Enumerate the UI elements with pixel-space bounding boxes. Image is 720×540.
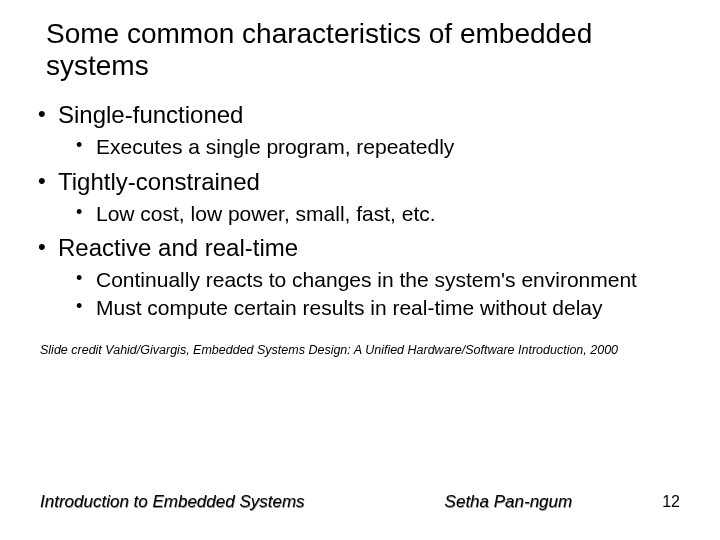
bullet-text: Tightly-constrained [58,168,260,195]
bullet-text: Single-functioned [58,101,243,128]
bullet-text: Reactive and real-time [58,234,298,261]
sub-list: Low cost, low power, small, fast, etc. [58,201,684,227]
footer-left: Introduction to Embedded Systems [40,492,305,512]
list-item: Continually reacts to changes in the sys… [74,267,684,293]
sub-bullet-text: Continually reacts to changes in the sys… [96,268,637,291]
list-item: Executes a single program, repeatedly [74,134,684,160]
list-item: Single-functioned Executes a single prog… [36,100,684,160]
slide-footer: Introduction to Embedded Systems Setha P… [0,492,720,512]
page-number: 12 [662,493,680,511]
list-item: Must compute certain results in real-tim… [74,295,684,321]
list-item: Tightly-constrained Low cost, low power,… [36,167,684,227]
slide-title: Some common characteristics of embedded … [46,18,684,82]
sub-bullet-text: Executes a single program, repeatedly [96,135,454,158]
bullet-list: Single-functioned Executes a single prog… [36,100,684,321]
slide-credit: Slide credit Vahid/Givargis, Embedded Sy… [40,343,684,357]
footer-author: Setha Pan-ngum [445,492,573,512]
slide: Some common characteristics of embedded … [0,0,720,540]
sub-list: Continually reacts to changes in the sys… [58,267,684,322]
list-item: Reactive and real-time Continually react… [36,233,684,322]
sub-bullet-text: Must compute certain results in real-tim… [96,296,603,319]
list-item: Low cost, low power, small, fast, etc. [74,201,684,227]
sub-bullet-text: Low cost, low power, small, fast, etc. [96,202,436,225]
sub-list: Executes a single program, repeatedly [58,134,684,160]
